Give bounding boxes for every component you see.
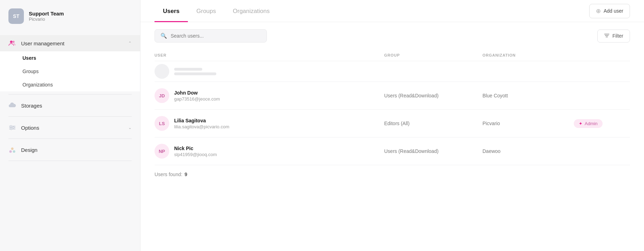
svg-point-1 bbox=[13, 41, 15, 43]
svg-rect-4 bbox=[9, 129, 15, 129]
user-cell-john: JD John Dow gap73516@jeoce.com bbox=[155, 88, 384, 103]
users-icon bbox=[8, 39, 16, 47]
filter-label: Filter bbox=[612, 33, 623, 39]
search-box: 🔍 bbox=[155, 29, 267, 43]
avatar: ST bbox=[8, 8, 24, 24]
chevron-up-icon: ⌃ bbox=[128, 41, 132, 46]
col-header-group: GROUP bbox=[384, 53, 482, 57]
sidebar-item-users[interactable]: Users bbox=[0, 51, 140, 65]
search-input[interactable] bbox=[171, 33, 261, 39]
filter-icon bbox=[604, 33, 610, 39]
sidebar-item-design[interactable]: Design bbox=[0, 142, 140, 158]
table-container: USER GROUP ORGANIZATION JD John Dow gap7… bbox=[140, 50, 644, 251]
group-cell-nick: Users (Read&Download) bbox=[384, 148, 482, 154]
role-cell-lilia: ✦ Admin bbox=[574, 119, 630, 128]
search-icon: 🔍 bbox=[160, 33, 167, 39]
user-name-nick: Nick Pic bbox=[174, 146, 217, 151]
user-info-nick: Nick Pic slp41959@jiooq.com bbox=[174, 146, 217, 157]
sidebar-divider-1 bbox=[8, 94, 132, 95]
svg-point-9 bbox=[13, 150, 15, 153]
options-icon bbox=[8, 124, 16, 131]
col-header-organization: ORGANIZATION bbox=[482, 53, 574, 57]
sidebar-subitems-user-management: Users Groups Organizations bbox=[0, 51, 140, 91]
sidebar-item-label-storages: Storages bbox=[21, 103, 132, 109]
truncated-user-cell bbox=[155, 64, 384, 79]
design-icon bbox=[8, 146, 16, 154]
truncated-line-2 bbox=[174, 72, 216, 75]
main-header: Users Groups Organizations ⊕ Add user bbox=[140, 0, 644, 22]
tab-users[interactable]: Users bbox=[155, 0, 188, 22]
team-subtitle: Picvario bbox=[29, 17, 64, 22]
svg-point-6 bbox=[13, 127, 14, 128]
org-cell-nick: Daewoo bbox=[482, 148, 574, 154]
admin-badge-label: Admin bbox=[585, 121, 598, 126]
sidebar-item-groups[interactable]: Groups bbox=[0, 65, 140, 78]
cloud-icon bbox=[8, 102, 16, 109]
col-header-user: USER bbox=[155, 53, 384, 57]
table-row[interactable]: NP Nick Pic slp41959@jiooq.com Users (Re… bbox=[155, 137, 630, 165]
avatar-nick: NP bbox=[155, 144, 169, 159]
footer-prefix: Users found: bbox=[155, 172, 182, 177]
user-info-john: John Dow gap73516@jeoce.com bbox=[174, 90, 220, 102]
sidebar-nav: User management ⌃ Users Groups Organizat… bbox=[0, 32, 140, 251]
main-content: Users Groups Organizations ⊕ Add user 🔍 … bbox=[140, 0, 644, 251]
truncated-lines bbox=[174, 68, 216, 75]
svg-point-5 bbox=[10, 125, 12, 127]
sidebar-item-label-user-management: User management bbox=[21, 40, 123, 46]
user-cell-lilia: LS Lilia Sagitova lilia.sagitova@picvari… bbox=[155, 116, 384, 131]
table-row[interactable]: JD John Dow gap73516@jeoce.com Users (Re… bbox=[155, 82, 630, 110]
avatar-john: JD bbox=[155, 88, 169, 103]
sidebar-item-storages[interactable]: Storages bbox=[0, 97, 140, 114]
sidebar-item-organizations[interactable]: Organizations bbox=[0, 78, 140, 91]
main-toolbar: 🔍 Filter bbox=[140, 22, 644, 50]
group-cell-john: Users (Read&Download) bbox=[384, 93, 482, 98]
add-user-button[interactable]: ⊕ Add user bbox=[589, 4, 630, 18]
table-header: USER GROUP ORGANIZATION bbox=[155, 50, 630, 61]
avatar-lilia: LS bbox=[155, 116, 169, 131]
user-email-nick: slp41959@jiooq.com bbox=[174, 152, 217, 157]
svg-point-0 bbox=[10, 41, 13, 43]
nav-section-user-management: User management ⌃ Users Groups Organizat… bbox=[0, 35, 140, 91]
sidebar-item-label-design: Design bbox=[21, 147, 132, 153]
sidebar-divider-4 bbox=[8, 161, 132, 161]
plus-circle-icon: ⊕ bbox=[596, 7, 601, 15]
user-email-john: gap73516@jeoce.com bbox=[174, 96, 220, 102]
sidebar: ST Support Team Picvario User management… bbox=[0, 0, 140, 251]
admin-badge: ✦ Admin bbox=[574, 119, 603, 128]
table-footer: Users found: 9 bbox=[155, 165, 630, 184]
truncated-avatar bbox=[155, 64, 169, 79]
user-name-john: John Dow bbox=[174, 90, 220, 96]
user-info-lilia: Lilia Sagitova lilia.sagitova@picvario.c… bbox=[174, 118, 229, 129]
group-cell-lilia: Editors (All) bbox=[384, 121, 482, 126]
star-icon: ✦ bbox=[579, 121, 583, 126]
team-name: Support Team bbox=[29, 11, 64, 17]
sidebar-item-options[interactable]: Options ⌄ bbox=[0, 120, 140, 136]
svg-rect-3 bbox=[9, 127, 15, 128]
sidebar-item-label-options: Options bbox=[21, 125, 123, 131]
table-row[interactable]: LS Lilia Sagitova lilia.sagitova@picvari… bbox=[155, 110, 630, 137]
org-cell-lilia: Picvario bbox=[482, 121, 574, 126]
user-email-lilia: lilia.sagitova@picvario.com bbox=[174, 124, 229, 129]
user-name-lilia: Lilia Sagitova bbox=[174, 118, 229, 123]
tabs: Users Groups Organizations bbox=[155, 0, 278, 22]
sidebar-item-user-management[interactable]: User management ⌃ bbox=[0, 35, 140, 51]
footer-count: 9 bbox=[184, 172, 187, 177]
tab-organizations[interactable]: Organizations bbox=[224, 0, 278, 22]
svg-point-10 bbox=[11, 148, 14, 150]
org-cell-john: Blue Coyott bbox=[482, 93, 574, 98]
col-header-role bbox=[574, 53, 630, 57]
sidebar-header: ST Support Team Picvario bbox=[0, 0, 140, 32]
filter-button[interactable]: Filter bbox=[597, 30, 630, 43]
user-cell-nick: NP Nick Pic slp41959@jiooq.com bbox=[155, 144, 384, 159]
team-info: Support Team Picvario bbox=[29, 11, 64, 22]
svg-point-7 bbox=[11, 128, 12, 130]
tab-groups[interactable]: Groups bbox=[188, 0, 224, 22]
svg-point-8 bbox=[9, 150, 12, 153]
add-user-label: Add user bbox=[604, 8, 623, 14]
truncated-line-1 bbox=[174, 68, 202, 71]
sidebar-divider-3 bbox=[8, 139, 132, 139]
chevron-down-icon: ⌄ bbox=[128, 125, 132, 130]
table-row-truncated bbox=[155, 61, 630, 82]
sidebar-divider-2 bbox=[8, 116, 132, 117]
